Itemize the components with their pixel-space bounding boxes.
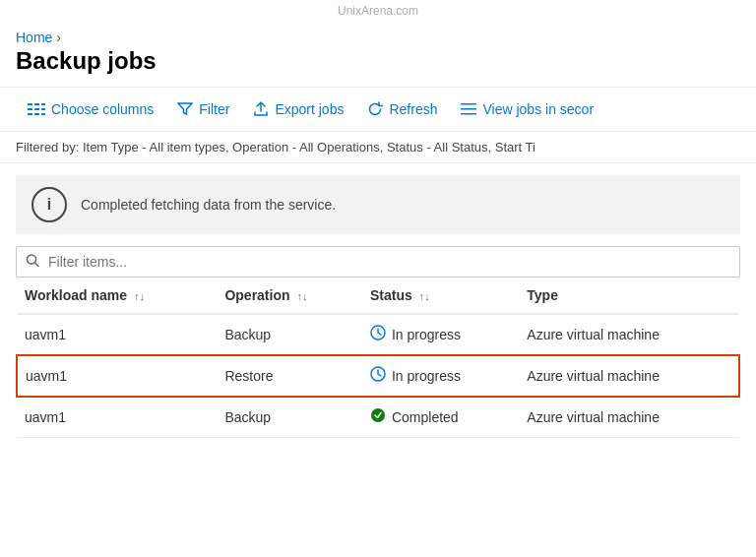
filter-input-wrap — [16, 246, 740, 278]
view-icon — [461, 102, 476, 116]
svg-rect-5 — [34, 113, 39, 115]
filter-bar: Filtered by: Item Type - All item types,… — [0, 132, 756, 163]
svg-rect-2 — [28, 113, 32, 115]
breadcrumb-home[interactable]: Home — [16, 30, 52, 45]
info-message: Completed fetching data from the service… — [81, 197, 336, 213]
status-text: In progress — [392, 368, 461, 384]
cell-status: Completed — [362, 397, 519, 438]
svg-line-13 — [35, 263, 39, 267]
toolbar: Choose columns Filter Export jobs Refres… — [0, 87, 756, 132]
view-jobs-label: View jobs in secor — [482, 101, 594, 117]
choose-columns-label: Choose columns — [51, 101, 154, 117]
completed-icon — [370, 407, 386, 427]
breadcrumb: Home › — [0, 22, 756, 45]
export-icon — [253, 101, 269, 117]
export-jobs-label: Export jobs — [275, 101, 344, 117]
table-wrap: Workload name ↑↓ Operation ↑↓ Status ↑↓ … — [16, 278, 740, 438]
columns-icon — [28, 102, 45, 116]
choose-columns-button[interactable]: Choose columns — [16, 95, 165, 123]
col-operation[interactable]: Operation ↑↓ — [217, 278, 362, 314]
svg-point-16 — [371, 408, 385, 422]
cell-operation: Backup — [217, 314, 362, 355]
svg-rect-8 — [41, 113, 45, 115]
col-type[interactable]: Type — [519, 278, 739, 314]
svg-rect-11 — [461, 113, 476, 115]
refresh-icon — [367, 101, 383, 117]
breadcrumb-separator: › — [56, 30, 61, 45]
cell-status: In progress — [362, 355, 519, 397]
page-title: Backup jobs — [0, 45, 756, 87]
sort-operation-icon: ↑↓ — [296, 290, 307, 302]
info-icon: i — [32, 187, 67, 222]
col-workload[interactable]: Workload name ↑↓ — [17, 278, 217, 314]
inprogress-icon — [370, 366, 386, 386]
svg-rect-10 — [461, 108, 476, 110]
cell-workload: uavm1 — [17, 314, 217, 355]
sort-status-icon: ↑↓ — [419, 290, 430, 302]
svg-rect-6 — [41, 103, 45, 105]
watermark: UnixArena.com — [0, 0, 756, 22]
cell-operation: Backup — [217, 397, 362, 438]
status-text: Completed — [392, 409, 459, 425]
table-header: Workload name ↑↓ Operation ↑↓ Status ↑↓ … — [17, 278, 739, 314]
filter-label: Filter — [199, 101, 229, 117]
table-row[interactable]: uavm1BackupCompletedAzure virtual machin… — [17, 397, 739, 438]
cell-operation: Restore — [217, 355, 362, 397]
table-row[interactable]: uavm1RestoreIn progressAzure virtual mac… — [17, 355, 739, 397]
status-text: In progress — [392, 327, 461, 342]
filter-icon — [177, 102, 193, 116]
cell-type: Azure virtual machine — [519, 314, 739, 355]
refresh-label: Refresh — [389, 101, 437, 117]
sort-workload-icon: ↑↓ — [134, 290, 145, 302]
inprogress-icon — [370, 325, 386, 344]
filter-button[interactable]: Filter — [165, 95, 241, 123]
refresh-button[interactable]: Refresh — [355, 95, 449, 123]
cell-type: Azure virtual machine — [519, 397, 739, 438]
table-body: uavm1BackupIn progressAzure virtual mach… — [17, 314, 739, 438]
cell-workload: uavm1 — [17, 355, 217, 397]
svg-rect-9 — [461, 103, 476, 105]
svg-rect-7 — [41, 108, 45, 110]
view-jobs-button[interactable]: View jobs in secor — [449, 95, 605, 123]
cell-status: In progress — [362, 314, 519, 355]
svg-rect-4 — [34, 108, 39, 110]
cell-workload: uavm1 — [17, 397, 217, 438]
table-row[interactable]: uavm1BackupIn progressAzure virtual mach… — [17, 314, 739, 355]
svg-rect-0 — [28, 103, 32, 105]
export-jobs-button[interactable]: Export jobs — [241, 95, 355, 123]
svg-rect-3 — [34, 103, 39, 105]
search-icon — [26, 254, 39, 271]
filter-input[interactable] — [16, 246, 740, 278]
svg-rect-1 — [28, 108, 32, 110]
cell-type: Azure virtual machine — [519, 355, 739, 397]
backup-jobs-table: Workload name ↑↓ Operation ↑↓ Status ↑↓ … — [16, 278, 740, 438]
col-status[interactable]: Status ↑↓ — [362, 278, 519, 314]
info-banner: i Completed fetching data from the servi… — [16, 175, 740, 234]
